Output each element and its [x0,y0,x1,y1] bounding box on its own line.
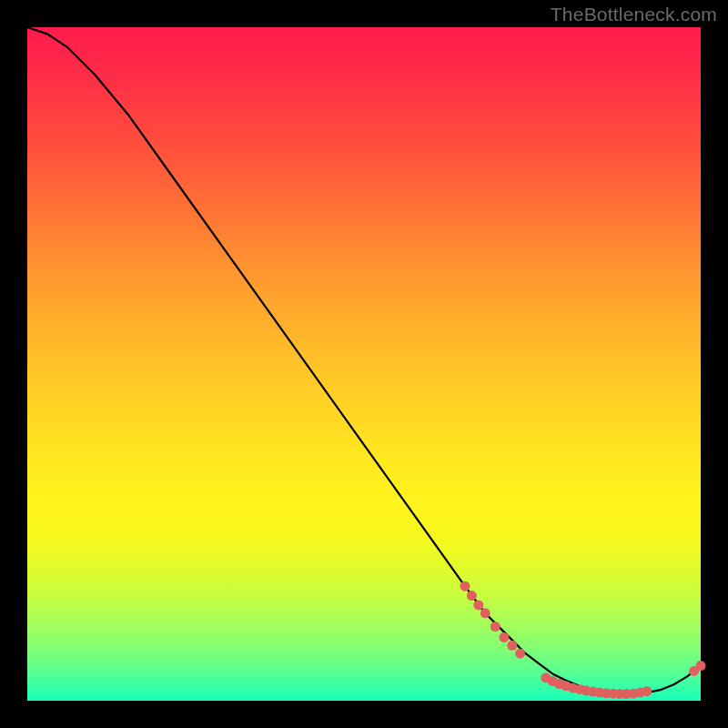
marker-group [460,581,706,699]
data-marker [515,649,525,659]
chart-svg [27,27,701,701]
data-marker [480,608,490,618]
data-marker [642,686,652,696]
attribution-label: TheBottleneck.com [551,4,717,25]
data-marker [467,591,477,601]
data-marker [499,632,509,642]
data-marker [490,622,500,632]
bottleneck-curve-line [27,27,701,694]
data-marker [473,600,483,610]
data-marker [507,641,517,651]
chart-frame: TheBottleneck.com [0,0,728,728]
data-marker [460,581,470,592]
data-marker [696,661,706,671]
plot-area [27,27,701,701]
